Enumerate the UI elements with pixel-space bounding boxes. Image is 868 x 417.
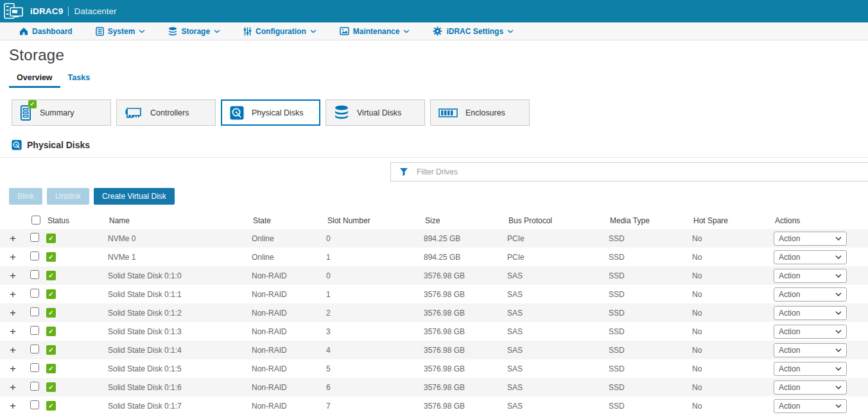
col-header-actions: Actions xyxy=(774,216,868,225)
disk-slot-number: 1 xyxy=(326,290,424,299)
card-label: Summary xyxy=(40,108,74,117)
disk-media-type: SSD xyxy=(609,290,692,299)
app-header: iDRAC9 Datacenter xyxy=(0,0,868,22)
row-action-select[interactable]: Action xyxy=(774,287,847,302)
disk-size: 3576.98 GB xyxy=(424,327,507,336)
expand-row-icon[interactable]: + xyxy=(0,289,30,300)
card-physical-disks[interactable]: Physical Disks xyxy=(221,99,320,126)
virtual-disk-icon xyxy=(334,105,349,120)
disk-name: Solid State Disk 0:1:7 xyxy=(108,402,252,411)
chevron-down-icon xyxy=(835,293,842,296)
row-checkbox[interactable] xyxy=(30,289,39,298)
table-row: + ✓ NVMe 0 Online 0 894.25 GB PCIe SSD N… xyxy=(0,229,868,248)
row-action-select[interactable]: Action xyxy=(774,306,847,320)
row-checkbox[interactable] xyxy=(30,326,39,335)
row-action-select[interactable]: Action xyxy=(774,343,847,357)
tab-overview[interactable]: Overview xyxy=(9,71,60,88)
expand-row-icon[interactable]: + xyxy=(0,270,30,281)
disk-state: Non-RAID xyxy=(252,327,326,336)
filter-box[interactable] xyxy=(390,162,868,182)
nav-label: Maintenance xyxy=(353,27,400,36)
product-edition: Datacenter xyxy=(74,6,116,16)
chevron-down-icon xyxy=(835,348,842,352)
gear-icon xyxy=(433,26,442,36)
row-checkbox[interactable] xyxy=(30,270,39,279)
action-select-label: Action xyxy=(779,327,800,336)
storage-category-cards: ✓ Summary Controllers Physical Disks Vir… xyxy=(12,99,868,126)
row-action-select[interactable]: Action xyxy=(774,380,847,395)
filter-drives-input[interactable] xyxy=(415,167,868,177)
table-row: + ✓ Solid State Disk 0:1:5 Non-RAID 5 35… xyxy=(0,359,868,378)
expand-row-icon[interactable]: + xyxy=(0,307,30,318)
row-checkbox[interactable] xyxy=(30,382,39,391)
row-action-select[interactable]: Action xyxy=(774,362,847,376)
card-controllers[interactable]: Controllers xyxy=(116,99,216,126)
action-select-label: Action xyxy=(779,309,800,318)
action-select-label: Action xyxy=(779,383,800,392)
disk-media-type: SSD xyxy=(609,271,692,280)
card-enclosures[interactable]: Enclosures xyxy=(430,99,530,126)
card-label: Physical Disks xyxy=(252,108,304,117)
disk-state: Online xyxy=(252,253,326,262)
disk-media-type: SSD xyxy=(609,327,692,336)
expand-row-icon[interactable]: + xyxy=(0,345,30,355)
disk-name: Solid State Disk 0:1:2 xyxy=(108,309,252,318)
row-action-select[interactable]: Action xyxy=(774,269,847,283)
status-ok-icon: ✓ xyxy=(46,252,56,262)
nav-item-system[interactable]: System xyxy=(96,27,146,36)
row-checkbox[interactable] xyxy=(30,400,39,409)
disk-slot-number: 0 xyxy=(326,234,424,243)
disk-hot-spare: No xyxy=(692,290,774,299)
brand-separator xyxy=(68,6,69,16)
expand-row-icon[interactable]: + xyxy=(0,233,30,244)
expand-row-icon[interactable]: + xyxy=(0,363,30,374)
blink-button[interactable]: Blink xyxy=(9,188,42,205)
tab-tasks[interactable]: Tasks xyxy=(60,71,98,88)
status-ok-icon: ✓ xyxy=(46,289,56,299)
card-summary[interactable]: ✓ Summary xyxy=(12,99,111,126)
expand-row-icon[interactable]: + xyxy=(0,326,30,337)
nav-item-storage[interactable]: Storage xyxy=(168,27,220,36)
status-ok-badge: ✓ xyxy=(28,100,37,108)
create-virtual-disk-button[interactable]: Create Virtual Disk xyxy=(94,188,175,205)
row-checkbox[interactable] xyxy=(30,307,39,316)
disk-size: 3576.98 GB xyxy=(424,271,507,280)
disk-slot-number: 3 xyxy=(326,327,424,336)
chevron-down-icon xyxy=(835,237,842,241)
row-action-select[interactable]: Action xyxy=(774,325,847,339)
disk-bus-protocol: SAS xyxy=(507,327,609,336)
table-row: + ✓ Solid State Disk 0:1:4 Non-RAID 4 35… xyxy=(0,341,868,359)
disk-hot-spare: No xyxy=(692,253,774,262)
nav-item-idrac-settings[interactable]: iDRAC Settings xyxy=(433,26,514,36)
chevron-down-icon xyxy=(214,30,220,33)
expand-row-icon[interactable]: + xyxy=(0,382,30,393)
nav-label: System xyxy=(108,27,135,36)
select-all-checkbox[interactable] xyxy=(31,216,40,225)
row-action-select[interactable]: Action xyxy=(774,399,847,413)
disk-size: 3576.98 GB xyxy=(424,309,507,318)
table-row: + ✓ Solid State Disk 0:1:3 Non-RAID 3 35… xyxy=(0,322,868,341)
brand: iDRAC9 Datacenter xyxy=(30,6,117,16)
chevron-down-icon xyxy=(835,404,842,408)
row-checkbox[interactable] xyxy=(30,233,39,242)
row-checkbox[interactable] xyxy=(30,251,39,260)
col-header-hot-spare: Hot Spare xyxy=(692,216,774,225)
nav-item-configuration[interactable]: Configuration xyxy=(243,27,317,36)
row-action-select[interactable]: Action xyxy=(774,250,847,264)
row-checkbox[interactable] xyxy=(30,363,39,372)
expand-row-icon[interactable]: + xyxy=(0,400,30,411)
nav-item-maintenance[interactable]: Maintenance xyxy=(340,27,410,36)
action-select-label: Action xyxy=(779,271,800,280)
disk-state: Non-RAID xyxy=(252,271,326,280)
physical-disk-icon xyxy=(230,106,244,120)
unblink-button[interactable]: Unblink xyxy=(47,188,89,205)
nav-item-dashboard[interactable]: Dashboard xyxy=(19,27,73,36)
row-checkbox[interactable] xyxy=(30,345,39,353)
status-ok-icon: ✓ xyxy=(46,271,56,280)
card-virtual-disks[interactable]: Virtual Disks xyxy=(326,99,425,126)
table-row: + ✓ Solid State Disk 0:1:7 Non-RAID 7 35… xyxy=(0,396,868,415)
row-action-select[interactable]: Action xyxy=(774,232,847,246)
card-label: Controllers xyxy=(150,108,189,117)
product-name: iDRAC9 xyxy=(30,6,63,16)
expand-row-icon[interactable]: + xyxy=(0,251,30,262)
